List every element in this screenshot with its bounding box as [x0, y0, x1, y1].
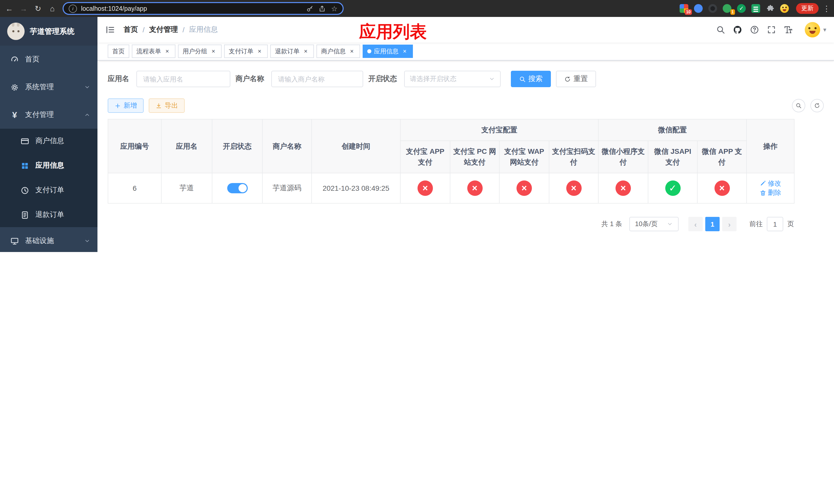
- site-info-icon[interactable]: i: [69, 4, 77, 13]
- channel-status-wx-mini: ×: [615, 181, 631, 196]
- pencil-icon: [760, 180, 766, 187]
- delete-link[interactable]: 删除: [760, 188, 781, 198]
- extension-avatar-icon[interactable]: 1: [723, 4, 731, 13]
- font-size-icon[interactable]: [784, 25, 793, 35]
- page-number-1[interactable]: 1: [705, 217, 720, 231]
- goto-page-input[interactable]: [767, 217, 783, 231]
- extension-badge: 1: [730, 9, 735, 15]
- tab-close-icon[interactable]: ×: [348, 48, 355, 55]
- reload-icon[interactable]: ↻: [33, 5, 43, 12]
- add-button[interactable]: 新增: [108, 98, 144, 113]
- chevron-down-icon: [84, 84, 90, 90]
- fullscreen-icon[interactable]: [767, 25, 776, 35]
- extension-emoji-icon[interactable]: [780, 4, 789, 13]
- sidebar-item-home[interactable]: 首页: [0, 46, 97, 73]
- tab-close-icon[interactable]: ×: [302, 48, 309, 55]
- sidebar-item-system[interactable]: 系统管理: [0, 73, 97, 101]
- top-navbar: 首页 / 支付管理 / 应用信息 ▾: [97, 17, 834, 43]
- password-key-icon[interactable]: [306, 5, 314, 12]
- app-logo: 芋道管理系统: [0, 17, 97, 46]
- reset-button[interactable]: 重置: [556, 71, 596, 87]
- pagination: 共 1 条 10条/页 ‹ 1 › 前往 页: [108, 217, 794, 231]
- col-alipay-pc: 支付宝 PC 网站支付: [450, 141, 499, 173]
- tab-close-icon[interactable]: ×: [256, 48, 263, 55]
- trash-icon: [760, 189, 766, 196]
- hamburger-icon[interactable]: [105, 25, 115, 35]
- merchant-name-label: 商户名称: [236, 74, 264, 84]
- header-search-icon[interactable]: [716, 25, 725, 35]
- status-switch[interactable]: [227, 183, 247, 193]
- tab-close-icon[interactable]: ×: [210, 48, 217, 55]
- document-icon: [21, 210, 29, 219]
- tab-refund-order[interactable]: 退款订单×: [270, 45, 314, 58]
- tab-close-icon[interactable]: ×: [401, 48, 408, 55]
- status-select[interactable]: 请选择开启状态: [404, 71, 501, 87]
- chevron-up-icon: [84, 112, 90, 118]
- edit-link[interactable]: 修改: [760, 179, 781, 188]
- breadcrumb-home[interactable]: 首页: [124, 25, 138, 35]
- pagination-total: 共 1 条: [601, 220, 622, 229]
- tags-view: 首页 流程表单× 用户分组× 支付订单× 退款订单× 商户信息× 应用信息×: [97, 43, 834, 61]
- extension-badge: 10: [685, 9, 692, 15]
- browser-menu-icon[interactable]: ⋮: [823, 4, 830, 13]
- toggle-search-button[interactable]: [792, 99, 805, 112]
- plus-icon: [114, 102, 121, 109]
- tab-app-info[interactable]: 应用信息×: [363, 45, 413, 58]
- chrome-update-button[interactable]: 更新: [796, 3, 819, 14]
- help-icon[interactable]: [750, 25, 759, 35]
- address-bar[interactable]: i localhost:1024/pay/app ☆: [63, 2, 344, 15]
- col-status: 开启状态: [212, 119, 262, 173]
- sidebar-menu: 首页 系统管理 ¥ 支付管理 商户信息: [0, 46, 97, 252]
- user-avatar-menu[interactable]: ▾: [805, 22, 826, 38]
- browser-chrome: ← → ↻ ⌂ i localhost:1024/pay/app ☆ 10 1 …: [0, 0, 834, 17]
- browser-extensions: 10 1: [680, 4, 789, 13]
- sidebar-item-payment[interactable]: ¥ 支付管理: [0, 101, 97, 129]
- channel-status-wx-app: ×: [714, 181, 730, 196]
- tab-home[interactable]: 首页: [108, 45, 129, 58]
- breadcrumb-payment[interactable]: 支付管理: [149, 25, 178, 35]
- page-size-select[interactable]: 10条/页: [629, 217, 679, 231]
- cell-status: [212, 173, 262, 203]
- sidebar-subitem-refund-order[interactable]: 退款订单: [0, 203, 97, 227]
- breadcrumb-separator: /: [182, 26, 185, 34]
- refresh-icon: [814, 102, 820, 109]
- chevron-down-icon: [84, 238, 90, 244]
- sidebar-subitem-merchant-info[interactable]: 商户信息: [0, 129, 97, 153]
- tab-user-group[interactable]: 用户分组×: [178, 45, 222, 58]
- extension-drop-icon[interactable]: [694, 4, 703, 13]
- sidebar-subitem-app-info[interactable]: 应用信息: [0, 153, 97, 178]
- extension-grid-icon[interactable]: 10: [680, 4, 688, 13]
- main-area: 首页 / 支付管理 / 应用信息 ▾: [97, 17, 834, 252]
- tab-payment-order[interactable]: 支付订单×: [224, 45, 268, 58]
- sidebar-subitem-payment-order[interactable]: 支付订单: [0, 178, 97, 203]
- merchant-name-input[interactable]: [271, 71, 363, 87]
- home-icon[interactable]: ⌂: [47, 5, 58, 12]
- channel-status-alipay-qr: ×: [566, 181, 581, 196]
- extension-doc-icon[interactable]: [751, 4, 760, 13]
- forward-icon[interactable]: →: [19, 5, 29, 12]
- sidebar-item-infrastructure[interactable]: 基础设施: [0, 227, 97, 252]
- back-icon[interactable]: ←: [4, 5, 14, 12]
- sidebar: 芋道管理系统 首页 系统管理 ¥ 支付管理: [0, 17, 97, 252]
- extensions-puzzle-icon[interactable]: [766, 4, 774, 13]
- logo-avatar: [7, 23, 25, 40]
- cell-app-name: 芋道: [161, 173, 212, 203]
- extension-check-icon[interactable]: [737, 4, 746, 13]
- github-icon[interactable]: [733, 25, 742, 35]
- refresh-icon: [564, 76, 571, 82]
- tab-close-icon[interactable]: ×: [163, 48, 171, 55]
- search-button[interactable]: 搜索: [511, 71, 551, 87]
- tab-merchant-info[interactable]: 商户信息×: [316, 45, 360, 58]
- prev-page-button[interactable]: ‹: [688, 217, 703, 231]
- extension-dark-icon[interactable]: [708, 4, 717, 13]
- channel-status-alipay-app: ×: [418, 181, 433, 196]
- next-page-button[interactable]: ›: [722, 217, 737, 231]
- refresh-table-button[interactable]: [810, 99, 824, 112]
- yen-icon: ¥: [10, 111, 19, 119]
- export-button[interactable]: 导出: [149, 98, 185, 113]
- bookmark-star-icon[interactable]: ☆: [331, 4, 337, 13]
- app-name-input[interactable]: [136, 71, 230, 87]
- share-icon[interactable]: [319, 5, 326, 12]
- tab-process-form[interactable]: 流程表单×: [132, 45, 175, 58]
- col-merchant: 商户名称: [262, 119, 312, 173]
